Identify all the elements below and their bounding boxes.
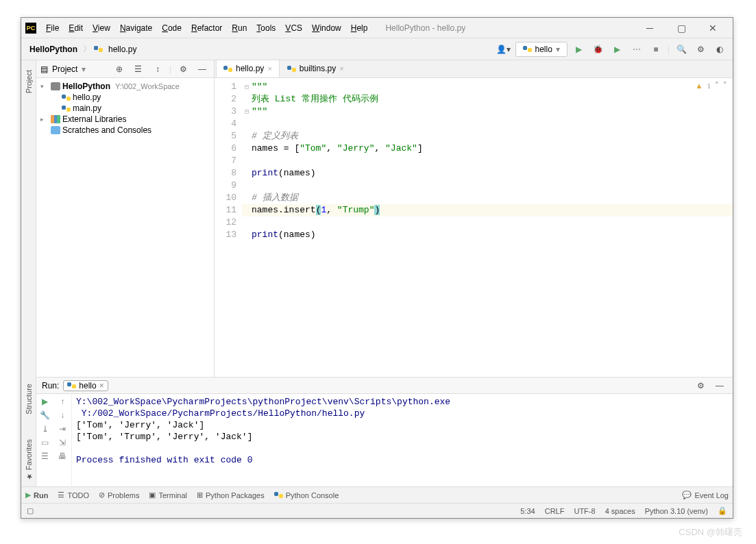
project-header-title[interactable]: Project xyxy=(52,64,77,74)
indent[interactable]: 4 spaces xyxy=(605,507,635,515)
sidebar-structure-tab[interactable]: Structure xyxy=(23,378,34,420)
sidebar-favorites-tab[interactable]: ★ Favorites xyxy=(23,434,34,486)
chevron-down-icon[interactable]: ˅ xyxy=(723,81,727,90)
locate-icon[interactable]: ⊕ xyxy=(112,62,127,77)
navigation-bar: HelloPython 〉 hello.py 👤▾ hello ▾ ▶ 🐞 ▶ … xyxy=(21,38,733,60)
editor-tabs: hello.py×builtins.py× xyxy=(215,60,733,78)
cursor-position[interactable]: 5:34 xyxy=(520,507,535,515)
run-tab[interactable]: hello × xyxy=(63,380,108,391)
python-icon xyxy=(523,45,532,53)
scratches-icon xyxy=(51,126,60,134)
bottom-eventlog[interactable]: 💬Event Log xyxy=(682,491,729,499)
bottom-packages[interactable]: ⊞Python Packages xyxy=(197,491,265,499)
menu-help[interactable]: Help xyxy=(347,21,372,35)
print-icon[interactable]: 🖶 xyxy=(58,452,66,461)
window-controls: ─ ▢ ✕ xyxy=(634,18,729,38)
run-config-selector[interactable]: hello ▾ xyxy=(515,42,568,57)
chevron-up-icon[interactable]: ˄ xyxy=(715,81,719,90)
wrench-icon[interactable]: 🔧 xyxy=(40,410,50,420)
chevron-down-icon[interactable]: ▾ xyxy=(40,83,49,90)
hide-icon[interactable]: — xyxy=(195,62,210,77)
menu-refactor[interactable]: Refactor xyxy=(187,21,226,35)
bottom-todo[interactable]: ☰TODO xyxy=(58,491,89,499)
toolbar-right: 👤▾ hello ▾ ▶ 🐞 ▶ ⋯ ■ | 🔍 ⚙ ◐ xyxy=(496,42,727,57)
bottom-run[interactable]: ▶Run xyxy=(25,491,48,499)
stop-button[interactable]: ■ xyxy=(648,42,663,57)
python-file-icon xyxy=(223,64,232,73)
breadcrumb-root[interactable]: HelloPython xyxy=(27,43,80,55)
code-editor[interactable]: 12345678910111213 ⊟"""列表 List 常用操作 代码示例⊟… xyxy=(215,78,733,377)
menu-code[interactable]: Code xyxy=(158,21,186,35)
tree-file[interactable]: main.py xyxy=(36,103,214,114)
hide-icon[interactable]: — xyxy=(712,378,727,393)
tree-file[interactable]: hello.py xyxy=(36,92,214,103)
sidebar-project-tab[interactable]: Project xyxy=(23,64,34,99)
close-tab-icon[interactable]: × xyxy=(339,64,343,73)
menu-vcs[interactable]: VCS xyxy=(281,21,306,35)
warning-icon: ▲ xyxy=(696,82,703,90)
line-ending[interactable]: CRLF xyxy=(545,507,565,515)
code-area[interactable]: ⊟"""列表 List 常用操作 代码示例⊟"""# 定义列表names = [… xyxy=(242,78,733,377)
run-config-name: hello xyxy=(535,45,552,54)
chevron-down-icon: ▾ xyxy=(556,45,560,54)
titlebar: PC FileEditViewNavigateCodeRefactorRunTo… xyxy=(21,18,733,38)
status-bar: ▢ 5:34 CRLF UTF-8 4 spaces Python 3.10 (… xyxy=(21,503,733,518)
breadcrumb-separator-icon: 〉 xyxy=(83,43,91,55)
breadcrumb-file[interactable]: hello.py xyxy=(106,43,139,55)
python-icon xyxy=(67,381,76,390)
bottom-toolbar: ▶Run ☰TODO ⊘Problems ▣Terminal ⊞Python P… xyxy=(21,486,733,503)
toolwindow-toggle-icon[interactable]: ▢ xyxy=(27,506,34,515)
tree-scratches[interactable]: Scratches and Consoles xyxy=(36,125,214,136)
run-toolbar: ▶ 🔧 ⤓ ▭ ☰ ↑ ↓ ⇥ ⇲ 🖶 xyxy=(36,394,72,486)
attach-button[interactable]: ⋯ xyxy=(629,42,644,57)
content-area: ▤ Project ▾ ⊕ ☰ ↕ | ⚙ — ▾ xyxy=(36,60,733,486)
chevron-right-icon[interactable]: ▸ xyxy=(40,116,49,123)
debug-button[interactable]: 🐞 xyxy=(591,42,606,57)
menu-tools[interactable]: Tools xyxy=(252,21,280,35)
inspection-widget[interactable]: ▲ 1 ˄ ˅ xyxy=(696,81,727,90)
down-icon[interactable]: ⤓ xyxy=(42,424,49,434)
bottom-console[interactable]: Python Console xyxy=(274,491,339,499)
menu-navigate[interactable]: Navigate xyxy=(116,21,156,35)
wrap-icon[interactable]: ⇥ xyxy=(59,424,66,434)
filter-icon[interactable]: ☰ xyxy=(41,452,49,461)
scroll-icon[interactable]: ⇲ xyxy=(59,438,66,447)
app-icon: PC xyxy=(25,23,36,34)
menu-view[interactable]: View xyxy=(88,21,114,35)
interpreter[interactable]: Python 3.10 (venv) xyxy=(645,507,708,515)
tree-external-libs[interactable]: ▸ External Libraries xyxy=(36,114,214,125)
tree-root[interactable]: ▾ HelloPython Y:\002_WorkSpace xyxy=(36,81,214,92)
close-tab-icon[interactable]: × xyxy=(267,64,271,73)
menu-file[interactable]: File xyxy=(42,21,63,35)
maximize-button[interactable]: ▢ xyxy=(666,18,697,38)
minimize-button[interactable]: ─ xyxy=(634,18,666,38)
gear-icon[interactable]: ⚙ xyxy=(693,378,708,393)
editor-tab[interactable]: builtins.py× xyxy=(280,60,352,77)
menu-run[interactable]: Run xyxy=(228,21,251,35)
down-arrow-icon[interactable]: ↓ xyxy=(60,410,64,420)
menu-edit[interactable]: Edit xyxy=(64,21,87,35)
console-output[interactable]: Y:\002_WorkSpace\PycharmProjects\pythonP… xyxy=(72,394,733,486)
gear-icon[interactable]: ⚙ xyxy=(175,62,191,77)
run-coverage-button[interactable]: ▶ xyxy=(610,42,625,57)
menu-window[interactable]: Window xyxy=(308,21,345,35)
up-arrow-icon[interactable]: ↑ xyxy=(60,397,64,406)
python-file-icon xyxy=(62,104,71,113)
bottom-terminal[interactable]: ▣Terminal xyxy=(149,491,187,499)
encoding[interactable]: UTF-8 xyxy=(574,507,595,515)
ide-updates-icon[interactable]: ◐ xyxy=(712,42,727,57)
user-icon[interactable]: 👤▾ xyxy=(496,42,511,57)
expand-all-icon[interactable]: ☰ xyxy=(131,62,146,77)
bottom-problems[interactable]: ⊘Problems xyxy=(99,491,139,499)
close-button[interactable]: ✕ xyxy=(697,18,729,38)
lock-icon[interactable]: 🔒 xyxy=(718,506,727,515)
collapse-all-icon[interactable]: ↕ xyxy=(150,62,165,77)
run-button[interactable]: ▶ xyxy=(572,42,587,57)
editor-tab[interactable]: hello.py× xyxy=(216,60,280,77)
rerun-button[interactable]: ▶ xyxy=(42,397,48,406)
main-area: Project Structure ★ Favorites ▤ Project … xyxy=(21,60,733,486)
settings-icon[interactable]: ⚙ xyxy=(693,42,708,57)
search-icon[interactable]: 🔍 xyxy=(674,42,689,57)
layout-icon[interactable]: ▭ xyxy=(41,438,49,447)
project-tree[interactable]: ▾ HelloPython Y:\002_WorkSpace hello.py … xyxy=(36,78,214,377)
